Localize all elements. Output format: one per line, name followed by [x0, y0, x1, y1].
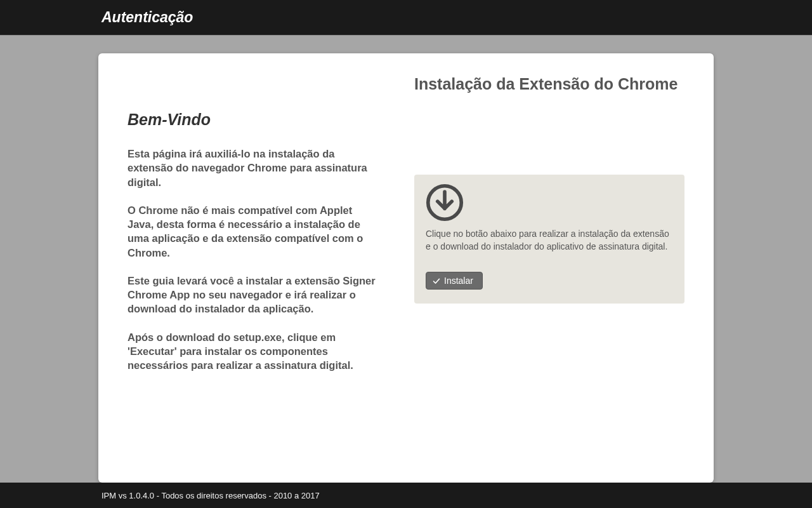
install-instruction-text: Clique no botão abaixo para realizar a i…	[426, 228, 673, 253]
welcome-paragraph-4: Após o download do setup.exe, clique em …	[128, 330, 381, 373]
footer-text: IPM vs 1.0.4.0 - Todos os direitos reser…	[102, 491, 320, 500]
install-button[interactable]: Instalar	[426, 272, 483, 290]
welcome-paragraph-3: Este guia levará você a instalar a exten…	[128, 274, 381, 316]
install-title: Instalação da Extensão do Chrome	[414, 75, 684, 93]
page-title: Autenticação	[102, 9, 193, 26]
content-card: Bem-Vindo Esta página irá auxiliá-lo na …	[98, 53, 714, 483]
welcome-heading: Bem-Vindo	[128, 110, 381, 129]
install-button-label: Instalar	[444, 276, 473, 286]
main-content: Bem-Vindo Esta página irá auxiliá-lo na …	[0, 36, 812, 483]
header-bar: Autenticação	[0, 0, 812, 36]
download-arrow-icon	[426, 184, 464, 222]
install-box: Clique no botão abaixo para realizar a i…	[414, 175, 684, 304]
footer-bar: IPM vs 1.0.4.0 - Todos os direitos reser…	[0, 483, 812, 508]
welcome-paragraph-2: O Chrome não é mais compatível com Apple…	[128, 203, 381, 260]
check-icon	[433, 277, 440, 284]
install-column: Instalação da Extensão do Chrome Clique …	[414, 72, 684, 461]
welcome-column: Bem-Vindo Esta página irá auxiliá-lo na …	[128, 72, 381, 461]
welcome-paragraph-1: Esta página irá auxiliá-lo na instalação…	[128, 147, 381, 189]
